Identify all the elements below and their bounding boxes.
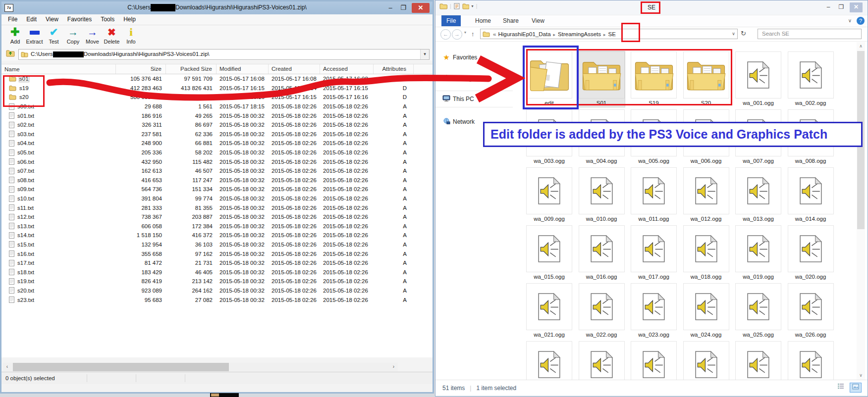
- extract-button[interactable]: Extract: [25, 25, 44, 48]
- delete-button[interactable]: ✖Delete: [102, 25, 121, 48]
- grid-tile-wa_015.ogg[interactable]: wa_015.ogg: [526, 225, 572, 281]
- grid-tile-wa_026.ogg[interactable]: wa_026.ogg: [788, 283, 834, 339]
- forward-icon[interactable]: →: [452, 29, 462, 40]
- file-row-s15.txt[interactable]: s15.txt132 95436 1032015-05-18 00:322015…: [1, 240, 433, 249]
- grid-tile-wa_004.ogg[interactable]: wa_004.ogg: [579, 109, 625, 165]
- maximize-button[interactable]: ❐: [397, 3, 410, 13]
- history-dropdown-icon[interactable]: ▾: [464, 30, 466, 35]
- grid-tile-wa_006.ogg[interactable]: wa_006.ogg: [683, 109, 729, 165]
- menu-tools[interactable]: Tools: [96, 14, 119, 23]
- file-row-s07.txt[interactable]: s07.txt162 61346 5072015-05-18 00:322015…: [1, 166, 433, 176]
- grid-tile[interactable]: [631, 341, 677, 381]
- tab-share[interactable]: Share: [498, 15, 524, 26]
- file-row-s01.txt[interactable]: s01.txt186 91649 2652015-05-18 00:322015…: [1, 111, 433, 120]
- menu-edit[interactable]: Edit: [22, 14, 41, 23]
- breadcrumb-overflow-icon[interactable]: «: [493, 31, 496, 37]
- file-row-s19.txt[interactable]: s19.txt826 419213 1422015-05-18 00:32201…: [1, 277, 433, 286]
- column-header-name[interactable]: Name: [1, 64, 116, 74]
- file-row-s01[interactable]: s01105 376 48197 591 7092015-05-17 16:08…: [1, 74, 433, 84]
- grid-tile-wa_024.ogg[interactable]: wa_024.ogg: [683, 283, 729, 339]
- grid-tile-wa_001.ogg[interactable]: wa_001.ogg: [735, 51, 781, 107]
- file-row-s09.txt[interactable]: s09.txt564 736151 3342015-05-18 00:32201…: [1, 185, 433, 194]
- file-row-s14.txt[interactable]: s14.txt1 518 150416 3722015-05-18 00:322…: [1, 231, 433, 240]
- file-row-s10.txt[interactable]: s10.txt391 80499 7742015-05-18 00:322015…: [1, 194, 433, 203]
- address-dropdown-icon[interactable]: ▾: [420, 50, 429, 59]
- file-row-s02.txt[interactable]: s02.txt326 31186 6972015-05-18 00:322015…: [1, 120, 433, 130]
- grid-tile-wa_017.ogg[interactable]: wa_017.ogg: [631, 225, 677, 281]
- grid-tile-S01[interactable]: S01: [579, 51, 625, 107]
- grid-tile-wa_014.ogg[interactable]: wa_014.ogg: [788, 167, 834, 223]
- grid-tile-wa_025.ogg[interactable]: wa_025.ogg: [735, 283, 781, 339]
- minimize-button[interactable]: –: [384, 3, 397, 13]
- grid-tile-wa_007.ogg[interactable]: wa_007.ogg: [735, 109, 781, 165]
- grid-tile-S19[interactable]: S19: [631, 51, 677, 107]
- add-button[interactable]: ✚Add: [5, 25, 25, 48]
- grid-tile-wa_018.ogg[interactable]: wa_018.ogg: [683, 225, 729, 281]
- file-row-s05.txt[interactable]: s05.txt205 33658 2022015-05-18 00:322015…: [1, 148, 433, 157]
- menu-file[interactable]: File: [3, 14, 22, 23]
- file-row-s23.txt[interactable]: s23.txt95 68327 0822015-05-18 00:322015-…: [1, 295, 433, 304]
- scroll-left-icon[interactable]: ‹: [3, 363, 11, 371]
- file-row-s18.txt[interactable]: s18.txt183 42946 4052015-05-18 00:322015…: [1, 267, 433, 277]
- up-folder-icon[interactable]: [4, 50, 16, 59]
- grid-tile-wa_019.ogg[interactable]: wa_019.ogg: [735, 225, 781, 281]
- file-row-s20.txt[interactable]: s20.txt923 089264 1622015-05-18 00:32201…: [1, 286, 433, 296]
- grid-tile-wa_021.ogg[interactable]: wa_021.ogg: [526, 283, 572, 339]
- tab-home[interactable]: Home: [470, 15, 496, 26]
- grid-tile-wa_016.ogg[interactable]: wa_016.ogg: [579, 225, 625, 281]
- grid-tile-edit[interactable]: edit: [526, 51, 572, 107]
- grid-tile-wa_002.ogg[interactable]: wa_002.ogg: [788, 51, 834, 107]
- sevenzip-titlebar[interactable]: 7z C:\UsersDownloads\Higurashi\Higurashi…: [1, 1, 433, 14]
- grid-tile-wa_023.ogg[interactable]: wa_023.ogg: [631, 283, 677, 339]
- column-header-packed-size[interactable]: Packed Size: [166, 64, 217, 74]
- menu-view[interactable]: View: [41, 14, 63, 23]
- scrollbar-thumb[interactable]: [857, 51, 865, 229]
- horizontal-scrollbar[interactable]: ‹ ›: [3, 363, 398, 371]
- grid-tile-wa_022.ogg[interactable]: wa_022.ogg: [579, 283, 625, 339]
- vertical-scrollbar[interactable]: ∧ ∨: [857, 42, 865, 380]
- grid-tile-wa_010.ogg[interactable]: wa_010.ogg: [579, 167, 625, 223]
- menu-favorites[interactable]: Favorites: [63, 14, 96, 23]
- file-row-s00.txt[interactable]: s00.txt29 6881 5612015-05-17 18:152015-0…: [1, 102, 433, 111]
- move-button[interactable]: →Move: [83, 25, 102, 48]
- file-row-s17.txt[interactable]: s17.txt81 47221 7312015-05-18 00:322015-…: [1, 258, 433, 268]
- grid-tile-wa_008.ogg[interactable]: wa_008.ogg: [788, 109, 834, 165]
- tab-file[interactable]: File: [441, 15, 461, 26]
- sidebar-item-network[interactable]: Network: [435, 116, 516, 127]
- grid-tile[interactable]: [683, 341, 729, 381]
- info-button[interactable]: iInfo: [121, 25, 141, 48]
- back-icon[interactable]: ←: [440, 29, 451, 40]
- column-header-created[interactable]: Created: [269, 64, 320, 74]
- file-row-s04.txt[interactable]: s04.txt248 90066 8812015-05-18 00:322015…: [1, 139, 433, 148]
- grid-tile-wa_003.ogg[interactable]: wa_003.ogg: [526, 109, 572, 165]
- test-button[interactable]: ✔Test: [44, 25, 63, 48]
- grid-tile-wa_005.ogg[interactable]: wa_005.ogg: [631, 109, 677, 165]
- sidebar-item-favorites[interactable]: ★Favorites: [435, 52, 516, 63]
- file-row-s16.txt[interactable]: s16.txt355 65897 1622015-05-18 00:322015…: [1, 249, 433, 258]
- column-header-size[interactable]: Size: [116, 64, 166, 74]
- column-header-attributes[interactable]: Attributes: [374, 64, 414, 74]
- sidebar-item-homegroup[interactable]: Homegroup: [435, 73, 516, 84]
- up-icon[interactable]: ↑: [471, 30, 475, 38]
- scrollbar-thumb[interactable]: [13, 363, 229, 371]
- column-header-accessed[interactable]: Accessed: [320, 64, 374, 74]
- column-header-modified[interactable]: Modified: [217, 64, 269, 74]
- details-view-button[interactable]: [835, 383, 847, 393]
- file-row-s06.txt[interactable]: s06.txt432 950115 4822015-05-18 00:32201…: [1, 157, 433, 166]
- file-row-s12.txt[interactable]: s12.txt738 367203 8872015-05-18 00:32201…: [1, 212, 433, 222]
- copy-button[interactable]: →Copy: [63, 25, 83, 48]
- grid-tile-wa_020.ogg[interactable]: wa_020.ogg: [788, 225, 834, 281]
- close-button[interactable]: ✕: [412, 3, 430, 13]
- file-row-s03.txt[interactable]: s03.txt237 58162 3362015-05-18 00:322015…: [1, 130, 433, 139]
- thumbnail-view-button[interactable]: [850, 383, 862, 393]
- file-row-s20[interactable]: s20580 093 725543 383 9662015-05-17 16:1…: [1, 93, 433, 102]
- scroll-up-icon[interactable]: ∧: [857, 42, 865, 50]
- file-row-s13.txt[interactable]: s13.txt606 058172 3842015-05-18 00:32201…: [1, 222, 433, 231]
- grid-tile-wa_012.ogg[interactable]: wa_012.ogg: [683, 167, 729, 223]
- grid-tile-wa_013.ogg[interactable]: wa_013.ogg: [735, 167, 781, 223]
- sidebar-item-this-pc[interactable]: This PC: [435, 94, 516, 104]
- file-row-s19[interactable]: s19412 283 463413 826 4312015-05-17 16:1…: [1, 84, 433, 93]
- scroll-right-icon[interactable]: ›: [389, 363, 398, 371]
- grid-tile-wa_009.ogg[interactable]: wa_009.ogg: [526, 167, 572, 223]
- file-row-s08.txt[interactable]: s08.txt416 653117 2472015-05-18 00:32201…: [1, 176, 433, 185]
